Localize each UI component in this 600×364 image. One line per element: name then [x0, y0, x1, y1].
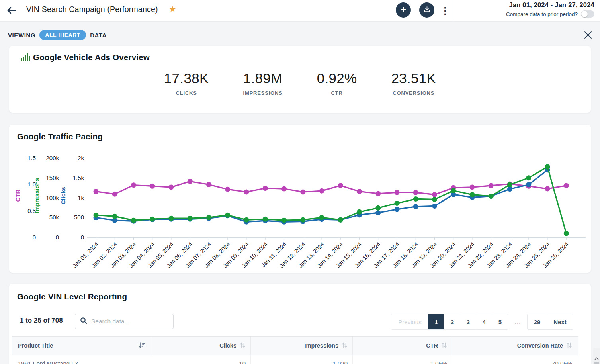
favorite-star-icon[interactable]: ★ — [169, 4, 176, 14]
data-point — [263, 217, 268, 222]
axis-tick: 500 — [74, 214, 84, 221]
column-label: Product Title — [18, 342, 53, 349]
kebab-menu-icon[interactable]: ⋮ — [440, 3, 450, 19]
sort-desc-icon[interactable] — [138, 342, 145, 350]
metric-clicks: 17.38K CLICKS — [164, 70, 209, 96]
pagination-group-left: Previous 1 2 3 4 5 — [391, 314, 508, 330]
data-point — [206, 182, 211, 187]
data-point — [357, 189, 362, 194]
export-button[interactable] — [419, 2, 434, 18]
traffic-pacing-chart: 00.51.01.5CTR050k100k150k200kImpressions… — [9, 150, 591, 273]
table-row[interactable]: 1991 Ford Mustang LX 10 1,020 1.05% 70.0… — [12, 355, 578, 364]
compare-toggle[interactable] — [581, 10, 594, 18]
data-point — [244, 217, 249, 223]
data-point — [375, 205, 381, 211]
data-point — [451, 188, 456, 193]
metric-label: IMPRESSIONS — [243, 90, 283, 96]
cell-conversion-rate: 70.05% — [452, 355, 577, 364]
data-point — [281, 186, 287, 191]
data-point — [489, 194, 494, 199]
search-input[interactable] — [91, 318, 159, 325]
metric-value: 0.92% — [317, 70, 357, 86]
viewing-prefix: VIEWING — [8, 32, 35, 39]
pagination-page-4[interactable]: 4 — [476, 314, 492, 329]
pagination-previous[interactable]: Previous — [391, 314, 428, 329]
data-point — [169, 184, 174, 190]
table-header-row: Product Title Clicks Impressions CTR — [12, 336, 578, 355]
pagination-page-2[interactable]: 2 — [444, 314, 460, 329]
data-point — [413, 190, 418, 195]
axis-tick: 1.5 — [27, 155, 36, 161]
cell-clicks: 10 — [150, 355, 250, 364]
sort-both-icon[interactable] — [441, 342, 447, 350]
scrollbar-thumb[interactable] — [594, 362, 599, 364]
series-impressions — [94, 164, 569, 236]
row-range-text: 1 to 25 of 708 — [20, 317, 63, 325]
metric-label: CONVERSIONS — [391, 90, 436, 96]
data-point — [94, 189, 99, 194]
data-point — [225, 187, 230, 192]
data-point — [206, 215, 211, 220]
toggle-knob — [581, 11, 588, 17]
sort-both-icon[interactable] — [342, 342, 348, 350]
data-point — [564, 183, 569, 188]
column-header-conversion-rate[interactable]: Conversion Rate — [452, 337, 577, 355]
data-point — [432, 204, 437, 209]
pagination-page-1[interactable]: 1 — [428, 314, 444, 329]
column-header-impressions[interactable]: Impressions — [250, 337, 352, 355]
cell-ctr: 1.05% — [352, 355, 452, 364]
vin-table: Product Title Clicks Impressions CTR — [12, 336, 578, 364]
sort-both-icon[interactable] — [240, 342, 246, 350]
cell-product-title: 1991 Ford Mustang LX — [12, 355, 150, 364]
data-point — [526, 182, 531, 187]
metric-value: 1.89M — [243, 70, 283, 86]
sort-both-icon[interactable] — [566, 342, 572, 350]
date-range[interactable]: Jan 01, 2024 - Jan 27, 2024 — [506, 1, 594, 9]
viewing-scope-pill[interactable]: ALL IHEART — [39, 30, 86, 40]
data-point — [169, 216, 174, 221]
top-bar: VIN Search Campaign (Performance) ★ + ⋮ … — [0, 0, 600, 22]
data-point — [470, 184, 475, 190]
column-header-product-title[interactable]: Product Title — [12, 337, 150, 355]
close-icon[interactable] — [583, 30, 593, 41]
column-label: Clicks — [219, 342, 236, 349]
pagination-page-5[interactable]: 5 — [492, 314, 508, 329]
data-point — [395, 207, 400, 212]
data-point — [112, 214, 117, 219]
metric-conversions: 23.51K CONVERSIONS — [391, 70, 436, 96]
overview-title: Google Vehicle Ads Overview — [33, 53, 150, 62]
scroll-up-icon[interactable] — [594, 355, 599, 362]
column-label: Conversion Rate — [517, 342, 563, 349]
pagination-group-right: 29 Next — [527, 314, 573, 330]
metric-value: 17.38K — [164, 70, 209, 86]
data-point — [375, 210, 381, 215]
data-point — [489, 183, 494, 188]
page-title: VIN Search Campaign (Performance) — [26, 5, 158, 14]
axis-tick: 200k — [46, 155, 59, 161]
data-point — [188, 179, 193, 184]
column-label: Impressions — [305, 342, 338, 349]
pagination-page-29[interactable]: 29 — [528, 314, 547, 329]
axis-tick: 150k — [46, 174, 59, 181]
column-header-clicks[interactable]: Clicks — [150, 337, 250, 355]
compare-label: Compare data to prior period? — [506, 11, 578, 17]
metric-ctr: 0.92% CTR — [317, 70, 357, 96]
column-header-ctr[interactable]: CTR — [352, 337, 452, 355]
data-point — [300, 189, 305, 194]
add-button[interactable]: + — [396, 2, 411, 18]
data-point — [188, 216, 193, 221]
data-point — [432, 192, 437, 197]
axis-tick: 0 — [33, 234, 36, 241]
overview-card: Google Vehicle Ads Overview 17.38K CLICK… — [9, 46, 591, 113]
topbar-divider — [453, 0, 453, 22]
pagination-page-3[interactable]: 3 — [460, 314, 476, 329]
axis-tick: 1k — [78, 194, 84, 201]
data-point — [94, 213, 99, 218]
back-arrow-icon[interactable] — [6, 5, 18, 16]
data-point — [564, 231, 569, 236]
pagination-next[interactable]: Next — [547, 314, 573, 329]
data-point — [112, 192, 117, 197]
data-point — [319, 215, 324, 220]
vertical-scrollbar[interactable] — [593, 348, 600, 364]
metric-label: CLICKS — [164, 90, 209, 96]
